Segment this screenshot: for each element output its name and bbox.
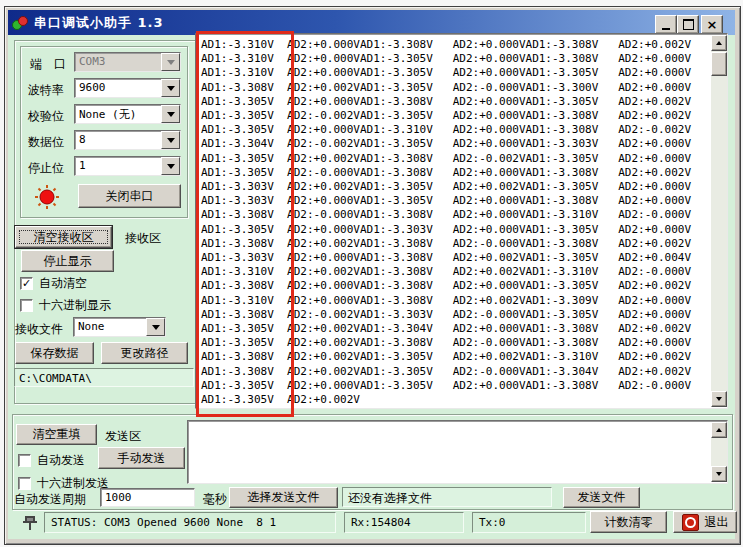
hex-display-row: 十六进制显示 — [20, 297, 111, 314]
baud-select[interactable]: 9600 — [74, 78, 181, 98]
receive-file-value: None — [74, 318, 146, 336]
screenshot-root: 串口调试小助手 1.3 × 端 口 COM3 波特率 9600 校验位 None… — [0, 0, 743, 547]
dropdown-arrow-icon — [167, 138, 175, 147]
arrow-down-icon — [716, 472, 722, 479]
dropdown-arrow-icon — [167, 60, 175, 69]
dropdown-arrow-icon — [167, 164, 175, 173]
manual-send-label: 手动发送 — [118, 450, 166, 467]
receive-file-select[interactable]: None — [73, 317, 166, 337]
hex-send-row: 十六进制发送 — [18, 475, 109, 492]
title-bar[interactable]: 串口调试小助手 1.3 — [8, 10, 735, 35]
tx-count: Tx:0 — [479, 516, 506, 529]
auto-clear-checkbox[interactable]: ✓ — [20, 277, 33, 290]
receive-data: AD1:-3.310V AD2:+0.000VAD1:-3.308V AD2:+… — [201, 38, 691, 407]
chevron-down-icon[interactable] — [161, 105, 180, 123]
send-scrollbar[interactable] — [711, 422, 727, 482]
scroll-down-button[interactable] — [711, 466, 727, 482]
close-port-button[interactable]: 关闭串口 — [78, 184, 181, 208]
receive-scrollbar[interactable] — [711, 35, 727, 407]
stopbits-select[interactable]: 1 — [74, 156, 181, 176]
pin-icon — [20, 514, 38, 534]
save-data-label: 保存数据 — [31, 345, 79, 362]
hex-display-label: 十六进制显示 — [39, 297, 111, 314]
baud-label: 波特率 — [28, 82, 64, 99]
dropdown-arrow-icon — [167, 86, 175, 95]
port-value: COM3 — [75, 53, 161, 71]
rx-count: Rx:154804 — [351, 516, 411, 529]
scroll-thumb[interactable] — [711, 52, 727, 76]
stop-display-button[interactable]: 停止显示 — [21, 250, 114, 272]
period-input[interactable] — [100, 488, 195, 507]
save-data-button[interactable]: 保存数据 — [15, 342, 94, 364]
hex-send-label: 十六进制发送 — [37, 475, 109, 492]
clear-receive-label: 清空接收区 — [34, 229, 94, 246]
clear-send-button[interactable]: 清空重填 — [16, 424, 97, 445]
clear-receive-button[interactable]: 清空接收区 — [15, 226, 112, 248]
close-icon: × — [707, 18, 718, 31]
receive-file-label: 接收文件 — [15, 321, 63, 338]
exit-icon — [682, 514, 699, 531]
minimize-icon — [662, 28, 670, 30]
chevron-down-icon[interactable] — [146, 318, 165, 336]
status-text: STATUS: COM3 Opened 9600 None 8 1 — [51, 516, 276, 529]
baud-value: 9600 — [75, 79, 161, 97]
send-file-status: 还没有选择文件 — [348, 491, 432, 505]
chevron-down-icon[interactable] — [161, 157, 180, 175]
minimize-button[interactable] — [655, 15, 677, 34]
stopbits-value: 1 — [75, 157, 161, 175]
databits-value: 8 — [75, 131, 161, 149]
hex-send-checkbox[interactable] — [18, 477, 31, 490]
port-select[interactable]: COM3 — [74, 52, 181, 72]
close-button[interactable]: × — [701, 15, 723, 34]
auto-send-checkbox[interactable] — [18, 454, 31, 467]
port-label: 端 口 — [30, 56, 66, 73]
send-file-status-field: 还没有选择文件 — [342, 487, 552, 507]
status-panel: STATUS: COM3 Opened 9600 None 8 1 — [44, 512, 336, 533]
save-path-value: C:\COMDATA\ — [19, 372, 92, 385]
send-file-button[interactable]: 发送文件 — [563, 487, 640, 508]
send-area-label: 发送区 — [105, 428, 141, 445]
clear-send-label: 清空重填 — [33, 426, 81, 443]
parity-label: 校验位 — [28, 108, 64, 125]
dropdown-arrow-icon — [152, 325, 160, 334]
change-path-button[interactable]: 更改路径 — [101, 342, 188, 364]
chevron-down-icon[interactable] — [161, 53, 180, 71]
close-port-label: 关闭串口 — [106, 188, 154, 205]
exit-button[interactable]: 退出 — [673, 511, 737, 533]
reset-counter-button[interactable]: 计数清零 — [590, 511, 667, 533]
databits-label: 数据位 — [28, 134, 64, 151]
exit-label: 退出 — [705, 514, 729, 531]
chevron-down-icon[interactable] — [161, 79, 180, 97]
arrow-up-icon — [716, 425, 722, 432]
auto-clear-label: 自动清空 — [39, 275, 87, 292]
power-ring-icon — [685, 517, 696, 528]
send-file-label: 发送文件 — [578, 489, 626, 506]
arrow-down-icon — [716, 397, 722, 404]
auto-clear-row: ✓ 自动清空 — [20, 275, 87, 292]
auto-send-row: 自动发送 — [18, 452, 85, 469]
auto-send-label: 自动发送 — [37, 452, 85, 469]
scroll-up-button[interactable] — [711, 422, 727, 438]
arrow-up-icon — [716, 38, 722, 45]
databits-select[interactable]: 8 — [74, 130, 181, 150]
period-label: 自动发送周期 — [14, 491, 86, 508]
maximize-icon — [683, 19, 694, 30]
choose-send-file-button[interactable]: 选择发送文件 — [229, 487, 338, 508]
parity-select[interactable]: None (无) — [74, 104, 181, 124]
scroll-up-button[interactable] — [711, 35, 727, 51]
maximize-button[interactable] — [677, 15, 699, 34]
led-status-icon — [34, 184, 60, 210]
send-textarea[interactable] — [187, 420, 728, 484]
stop-display-label: 停止显示 — [44, 253, 92, 270]
receive-area-label: 接收区 — [125, 230, 161, 247]
scroll-down-button[interactable] — [711, 391, 727, 407]
manual-send-button[interactable]: 手动发送 — [98, 447, 185, 469]
chevron-down-icon[interactable] — [161, 131, 180, 149]
dropdown-arrow-icon — [167, 112, 175, 121]
window-title: 串口调试小助手 1.3 — [34, 14, 164, 32]
save-path-field[interactable]: C:\COMDATA\ — [14, 368, 194, 387]
hex-display-checkbox[interactable] — [20, 299, 33, 312]
choose-send-file-label: 选择发送文件 — [248, 489, 320, 506]
parity-value: None (无) — [75, 105, 161, 123]
rx-count-panel: Rx:154804 — [344, 512, 464, 533]
